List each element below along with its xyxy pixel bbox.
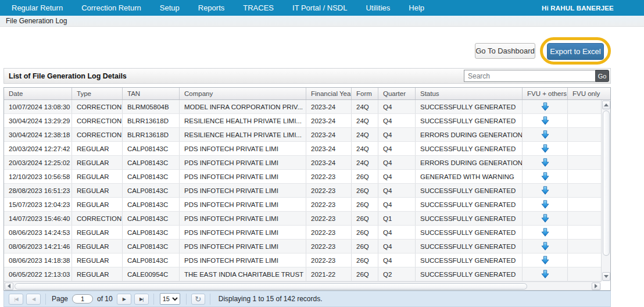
download-fvu-icon[interactable] (541, 228, 549, 237)
cell-fy: 2022-23 (306, 240, 352, 253)
cell-type: REGULAR (72, 267, 123, 281)
pager-separator (210, 294, 210, 305)
cell-fvu_others (523, 156, 568, 169)
cell-form: 26Q (352, 184, 378, 197)
column-header-quarter[interactable]: Quarter (378, 88, 416, 99)
cell-type: CORRECTION (72, 100, 123, 113)
column-header-type[interactable]: Type (72, 88, 123, 99)
column-header-tan[interactable]: TAN (123, 88, 180, 99)
cell-form: 26Q (352, 254, 378, 267)
table-row[interactable]: 08/06/2023 14:21:46REGULARCALP08143CPDS … (4, 240, 601, 254)
table-row[interactable]: 30/04/2024 12:38:18CORRECTIONBLRR13618DR… (4, 128, 601, 142)
first-page-button[interactable]: |◀ (9, 294, 23, 305)
column-header-fvu_others[interactable]: FVU + others (523, 88, 568, 99)
page-size-select[interactable]: 15 (160, 293, 180, 305)
nav-item-reports[interactable]: Reports (189, 0, 234, 16)
cell-type: CORRECTION (72, 212, 123, 225)
column-header-company[interactable]: Company (180, 88, 306, 99)
scroll-left-button[interactable] (5, 283, 13, 290)
column-header-fvu_only[interactable]: FVU only (568, 88, 610, 99)
cell-status: SUCCESSFULLY GENERATED (416, 142, 523, 155)
column-header-fy[interactable]: Financial Year (306, 88, 352, 99)
refresh-button[interactable]: ↻ (191, 294, 205, 305)
cell-tan: BLRR13618D (123, 114, 180, 127)
prev-page-button[interactable]: ◀ (26, 294, 41, 305)
cell-quarter: Q4 (378, 156, 416, 169)
nav-item-traces[interactable]: TRACES (234, 0, 283, 16)
cell-fvu_others (523, 100, 568, 113)
download-fvu-icon[interactable] (541, 144, 549, 153)
column-header-status[interactable]: Status (416, 88, 523, 99)
down-arrow-icon (604, 275, 609, 278)
scroll-down-button[interactable] (602, 272, 610, 281)
cell-fvu_others (523, 254, 568, 267)
next-page-button[interactable]: ▶ (117, 294, 131, 305)
download-fvu-icon[interactable] (541, 214, 549, 223)
download-fvu-icon[interactable] (541, 130, 549, 139)
nav-item-it-portal-nsdl[interactable]: IT Portal / NSDL (283, 0, 356, 16)
table-row[interactable]: 08/06/2023 14:24:53REGULARCALP08143CPDS … (4, 226, 601, 240)
cell-form: 26Q (352, 170, 378, 183)
table-row[interactable]: 14/07/2023 15:46:40CORRECTIONCALP08143CP… (4, 212, 601, 226)
download-fvu-icon[interactable] (541, 256, 549, 265)
download-fvu-icon[interactable] (541, 102, 549, 111)
download-fvu-icon[interactable] (541, 186, 549, 195)
cell-status: SUCCESSFULLY GENERATED (416, 184, 523, 197)
horizontal-scrollbar[interactable] (4, 281, 601, 290)
user-greeting[interactable]: Hi RAHUL BANERJEE (542, 5, 614, 12)
file-generation-log-panel: List of File Generation Log Details Go D… (3, 68, 611, 307)
download-fvu-icon[interactable] (541, 242, 549, 251)
cell-fvu_only (568, 184, 601, 197)
cell-quarter: Q4 (378, 226, 416, 239)
download-fvu-icon[interactable] (541, 116, 549, 125)
download-fvu-icon[interactable] (541, 158, 549, 167)
page-number-input[interactable] (72, 294, 93, 304)
table-row[interactable]: 08/06/2023 14:18:38REGULARCALP08143CPDS … (4, 254, 601, 267)
table-row[interactable]: 20/03/2024 12:25:02REGULARCALP08143CPDS … (4, 156, 601, 170)
nav-item-utilities[interactable]: Utilities (356, 0, 399, 16)
export-to-excel-button[interactable]: Export to Excel (547, 43, 604, 60)
download-fvu-icon[interactable] (541, 270, 549, 279)
table-row[interactable]: 15/07/2023 12:04:23REGULARCALP08143CPDS … (4, 198, 601, 212)
cell-date: 30/04/2024 13:29:29 (4, 114, 72, 127)
table-row[interactable]: 06/05/2022 12:13:03REGULARCALE00954CTHE … (4, 267, 601, 281)
table-row[interactable]: 30/04/2024 13:29:29CORRECTIONBLRR13618DR… (4, 114, 601, 128)
horizontal-scrollbar-thumb[interactable] (15, 283, 527, 290)
cell-status: SUCCESSFULLY GENERATED (416, 226, 523, 239)
nav-item-correction-return[interactable]: Correction Return (72, 0, 151, 16)
cell-date: 08/06/2023 14:24:53 (4, 226, 72, 239)
cell-quarter: Q4 (378, 142, 416, 155)
cell-status: SUCCESSFULLY GENERATED (416, 100, 523, 113)
cell-date: 08/06/2023 14:18:38 (4, 254, 72, 267)
nav-item-regular-return[interactable]: Regular Return (2, 0, 72, 16)
search-input[interactable] (464, 70, 595, 82)
go-to-dashboard-button[interactable]: Go To Dashboard (475, 43, 535, 59)
column-header-form[interactable]: Form (352, 88, 378, 99)
vertical-scrollbar-thumb[interactable] (603, 110, 610, 256)
nav-item-setup[interactable]: Setup (151, 0, 189, 16)
table-row[interactable]: 28/08/2023 16:51:23REGULARCALP08143CPDS … (4, 184, 601, 198)
cell-quarter: Q2 (378, 267, 416, 281)
cell-quarter: Q4 (378, 184, 416, 197)
cell-fy: 2021-22 (306, 267, 352, 281)
table-row[interactable]: 10/07/2024 13:08:30CORRECTIONBLRM05804BM… (4, 100, 601, 114)
table-body: 10/07/2024 13:08:30CORRECTIONBLRM05804BM… (4, 100, 610, 281)
table-row[interactable]: 20/03/2024 12:27:42REGULARCALP08143CPDS … (4, 142, 601, 156)
vertical-scrollbar[interactable] (601, 100, 610, 281)
search-go-button[interactable]: Go (595, 70, 609, 82)
column-header-date[interactable]: Date (4, 88, 72, 99)
nav-item-help[interactable]: Help (399, 0, 434, 16)
scroll-up-button[interactable] (602, 101, 610, 109)
scroll-right-button[interactable] (592, 283, 600, 290)
log-table: DateTypeTANCompanyFinancial YearFormQuar… (3, 87, 611, 291)
cell-status: SUCCESSFULLY GENERATED (416, 114, 523, 127)
cell-tan: CALP08143C (123, 240, 180, 253)
download-fvu-icon[interactable] (541, 200, 549, 209)
cell-date: 20/03/2024 12:27:42 (4, 142, 72, 155)
last-page-button[interactable]: ▶| (134, 294, 149, 305)
breadcrumb-bar: File Generation Log (0, 16, 644, 27)
cell-tan: CALP08143C (123, 156, 180, 169)
table-row[interactable]: 12/10/2023 10:56:58REGULARCALP08143CPDS … (4, 170, 601, 184)
cell-fvu_only (568, 267, 601, 281)
download-fvu-icon[interactable] (541, 172, 549, 181)
